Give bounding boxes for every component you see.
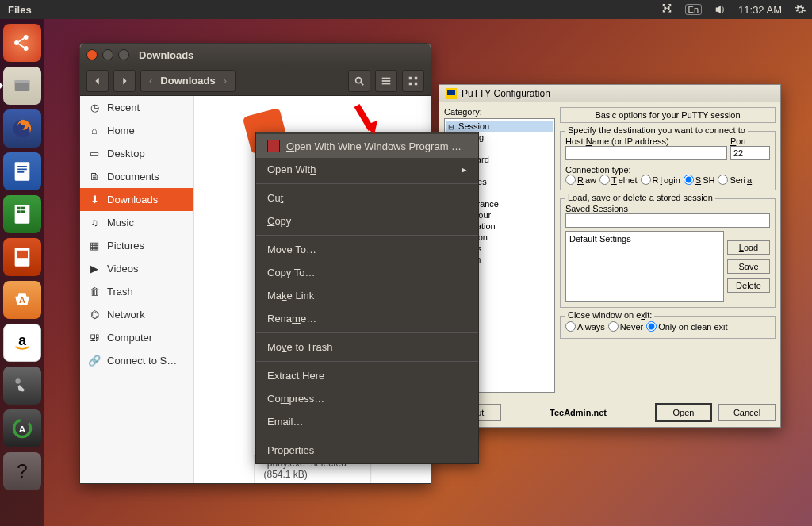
trash-icon: 🗑: [88, 286, 101, 298]
files-launcher-icon[interactable]: [3, 67, 41, 105]
updater-launcher-icon[interactable]: A: [3, 409, 41, 447]
delete-button[interactable]: Delete: [727, 278, 770, 293]
menu-properties[interactable]: Properties: [256, 439, 478, 462]
menu-extract-here[interactable]: Extract Here: [256, 364, 478, 387]
clock[interactable]: 11:32 AM: [732, 4, 788, 16]
radio-seria[interactable]: Seria: [718, 175, 752, 185]
menu-email[interactable]: Email…: [256, 410, 478, 433]
session-default[interactable]: Default Settings: [568, 233, 722, 244]
calc-launcher-icon[interactable]: [3, 195, 41, 233]
menu-copy-to[interactable]: Copy To…: [256, 261, 478, 284]
menu-copy[interactable]: Copy: [256, 209, 478, 232]
session-name-input[interactable]: [565, 213, 770, 228]
back-button[interactable]: [86, 70, 109, 92]
software-launcher-icon[interactable]: A: [3, 281, 41, 319]
window-maximize-button[interactable]: [118, 49, 129, 60]
radio-rlogin[interactable]: Rlogin: [641, 175, 680, 185]
svg-rect-9: [17, 171, 24, 173]
menu-make-link[interactable]: Make Link: [256, 284, 478, 307]
radio-close-only-on-clean-exit[interactable]: Only on clean exit: [646, 321, 727, 332]
impress-launcher-icon[interactable]: [3, 238, 41, 276]
radio-telnet[interactable]: Telnet: [599, 175, 638, 185]
menu-compress[interactable]: Compress…: [256, 387, 478, 410]
radio-close-always[interactable]: Always: [565, 321, 605, 332]
sidebar-item-recent[interactable]: ◷Recent: [80, 96, 193, 119]
open-button[interactable]: Open: [655, 403, 712, 422]
sidebar-item-connecttos[interactable]: 🔗Connect to S…: [80, 349, 193, 372]
dash-icon[interactable]: [3, 24, 41, 62]
firefox-launcher-icon[interactable]: [3, 109, 41, 148]
settings-launcher-icon[interactable]: [3, 367, 41, 405]
load-button[interactable]: Load: [727, 240, 770, 255]
putty-titlebar[interactable]: PuTTY Configuration: [439, 85, 780, 102]
sidebar-item-network[interactable]: ⌬Network: [80, 303, 193, 326]
wine-icon: [267, 140, 280, 152]
connect-icon: 🔗: [88, 355, 101, 367]
svg-text:A: A: [19, 424, 26, 434]
language-indicator[interactable]: En: [679, 4, 708, 15]
svg-rect-16: [17, 251, 28, 258]
svg-rect-13: [17, 210, 21, 213]
menu-rename[interactable]: Rename…: [256, 307, 478, 330]
menu-move-to-trash[interactable]: Move to Trash: [256, 336, 478, 359]
system-menu[interactable]: [788, 4, 812, 15]
files-titlebar[interactable]: Downloads: [80, 44, 431, 66]
sidebar-item-trash[interactable]: 🗑Trash: [80, 280, 193, 303]
path-segment[interactable]: Downloads: [160, 75, 215, 86]
writer-launcher-icon[interactable]: [3, 152, 41, 190]
menu-move-to[interactable]: Move To…: [256, 238, 478, 261]
sidebar-item-documents[interactable]: 🗎Documents: [80, 165, 193, 188]
top-panel: Files En 11:32 AM: [0, 0, 812, 19]
radio-raw[interactable]: Raw: [565, 175, 596, 185]
sidebar-item-home[interactable]: ⌂Home: [80, 119, 193, 142]
svg-rect-8: [17, 169, 27, 171]
picture-icon: ▦: [88, 240, 101, 251]
sessions-list[interactable]: Default Settings: [565, 231, 724, 302]
save-button[interactable]: Save: [727, 259, 770, 274]
putty-icon: [446, 88, 457, 99]
sidebar-item-computer[interactable]: 🖳Computer: [80, 326, 193, 349]
path-bar[interactable]: ‹ Downloads ›: [140, 70, 236, 92]
menu-cut[interactable]: Cut: [256, 186, 478, 209]
svg-rect-26: [409, 76, 412, 79]
volume-indicator[interactable]: [708, 4, 732, 15]
amazon-launcher-icon[interactable]: a: [3, 324, 41, 362]
sidebar-item-pictures[interactable]: ▦Pictures: [80, 234, 193, 257]
saved-sessions-label: Saved Sessions: [565, 204, 770, 213]
svg-text:A: A: [19, 295, 25, 305]
grid-view-button[interactable]: [402, 70, 424, 92]
sidebar-item-music[interactable]: ♫Music: [80, 211, 193, 234]
host-input[interactable]: [565, 146, 727, 160]
menu-open-with-wine[interactable]: Open With Wine Windows Program …: [256, 134, 478, 158]
destination-group: Specify the destination you want to conn…: [560, 131, 776, 190]
close-window-radios: Always Never Only on clean exit: [565, 321, 770, 332]
chevron-right-icon: ›: [224, 75, 227, 86]
search-button[interactable]: [348, 70, 370, 92]
tree-node[interactable]: Session: [446, 121, 553, 132]
radio-close-never[interactable]: Never: [608, 321, 643, 332]
sidebar-item-desktop[interactable]: ▭Desktop: [80, 142, 193, 165]
unity-launcher: A a A ?: [0, 19, 44, 526]
network-indicator[interactable]: [655, 4, 679, 15]
svg-rect-31: [447, 90, 455, 95]
close-window-group: Close window on exit: Always Never Only …: [560, 316, 776, 339]
putty-window: PuTTY Configuration Category: Session og…: [439, 84, 781, 428]
music-icon: ♫: [88, 217, 101, 228]
svg-point-22: [356, 77, 362, 83]
connection-type-radios: Raw Telnet Rlogin SSH Seria: [565, 175, 770, 185]
desktop-icon: ▭: [88, 148, 101, 159]
active-app-name: Files: [0, 4, 40, 16]
radio-ssh[interactable]: SSH: [684, 175, 715, 185]
list-view-button[interactable]: [375, 70, 397, 92]
chevron-left-icon: ‹: [149, 75, 152, 86]
sidebar-item-downloads[interactable]: ⬇Downloads: [80, 188, 193, 211]
svg-rect-4: [15, 80, 30, 83]
sidebar-item-videos[interactable]: ▶Videos: [80, 257, 193, 280]
menu-open-with[interactable]: Open With▸: [256, 158, 478, 181]
window-close-button[interactable]: [86, 49, 98, 60]
window-minimize-button[interactable]: [102, 49, 113, 60]
cancel-button[interactable]: Cancel: [718, 404, 776, 421]
forward-button[interactable]: [113, 70, 136, 92]
help-launcher-icon[interactable]: ?: [3, 452, 41, 490]
port-input[interactable]: [730, 146, 770, 160]
